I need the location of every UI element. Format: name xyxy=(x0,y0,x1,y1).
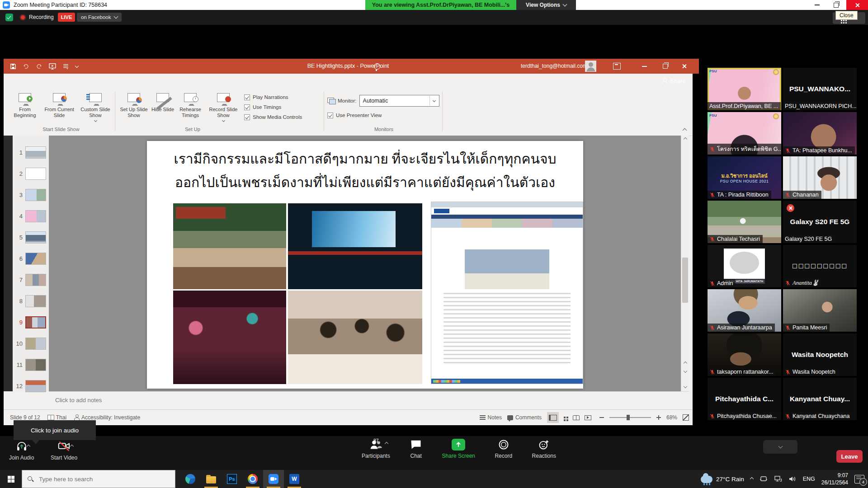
search-input[interactable] xyxy=(38,475,157,483)
zoom-taskbar-icon[interactable] xyxy=(263,470,284,488)
thumbnail-row[interactable]: 10 xyxy=(13,333,49,354)
speaker-icon[interactable] xyxy=(788,475,797,483)
thumbnail-row[interactable]: 1 xyxy=(13,142,49,163)
notes-pane[interactable]: Click to add notes xyxy=(49,391,689,410)
from-current-slide-button[interactable]: From Current Slide xyxy=(42,90,77,132)
reading-view-button[interactable] xyxy=(571,412,582,423)
notification-center-icon[interactable]: 4 xyxy=(854,475,864,483)
set-up-slide-show-button[interactable]: Set Up Slide Show xyxy=(118,90,150,132)
thumbnail-row[interactable]: 4 xyxy=(13,206,49,227)
from-beginning-button[interactable]: From Beginning xyxy=(10,90,40,132)
slide-thumbnail[interactable] xyxy=(25,338,46,350)
tray-app-icon[interactable] xyxy=(760,475,768,483)
account-avatar[interactable] xyxy=(585,61,596,72)
comments-toggle[interactable]: Comments xyxy=(507,414,542,421)
slide-thumbnail[interactable] xyxy=(25,359,46,371)
slide-photo-group-outdoor[interactable] xyxy=(173,203,286,289)
thumbnail-row[interactable]: 7 xyxy=(13,269,49,291)
hidden-icons-chevron[interactable] xyxy=(750,477,753,481)
zoom-out-button[interactable] xyxy=(599,417,604,418)
slide-canvas[interactable]: เรามีกิจกรรมและมีโอกาสดีๆมากมาย ที่จะเจี… xyxy=(147,141,583,389)
slide-sorter-view-button[interactable] xyxy=(559,412,571,423)
thumbnail-row[interactable]: 6 xyxy=(13,248,49,269)
network-icon[interactable] xyxy=(774,475,782,483)
participant-tile[interactable]: Chalalai Techasri xyxy=(708,201,781,243)
slide-photo-conference[interactable] xyxy=(288,203,422,289)
line-spacing-button[interactable] xyxy=(62,63,69,70)
slide-thumbnail[interactable] xyxy=(25,231,46,244)
start-slideshow-button[interactable] xyxy=(49,63,56,70)
scrollbar-thumb[interactable] xyxy=(682,258,688,303)
start-button[interactable] xyxy=(0,470,22,488)
participant-tile[interactable]: PHUNCHITA JARUWATATH Admin xyxy=(708,245,781,287)
ppt-minimize-button[interactable] xyxy=(636,59,653,74)
slide-thumbnail[interactable] xyxy=(25,146,46,159)
rehearse-timings-button[interactable]: Rehearse Timings xyxy=(175,90,205,132)
undo-button[interactable] xyxy=(23,63,29,70)
weather-widget[interactable]: 27°C Rain xyxy=(701,475,744,483)
ribbon-display-options-icon[interactable] xyxy=(613,63,621,70)
use-presenter-view-checkbox[interactable]: Use Presenter View xyxy=(327,110,382,120)
slide-thumbnail-selected[interactable] xyxy=(25,316,46,328)
redo-button[interactable] xyxy=(36,63,42,70)
slide-title-line1[interactable]: เรามีกิจกรรมและมีโอกาสดีๆมากมาย ที่จะเจี… xyxy=(147,148,583,169)
photoshop-icon[interactable]: Ps xyxy=(222,470,242,488)
zoom-percentage[interactable]: 68% xyxy=(666,414,677,421)
customize-qat-button[interactable] xyxy=(75,64,79,67)
custom-slide-show-button[interactable]: Custom Slide Show xyxy=(79,90,112,132)
dropdown-arrow[interactable] xyxy=(429,96,439,106)
slide-title-line2[interactable]: ออกไปเป็นเพชรเม็ดงามที่ไม่เพียงแต่มีราคา… xyxy=(147,172,583,193)
start-video-button[interactable]: Start Video xyxy=(51,440,77,461)
slide-photo-news-website[interactable] xyxy=(431,202,583,384)
thumbnail-row-selected[interactable]: 9 xyxy=(13,312,49,333)
share-screen-button[interactable]: Share Screen xyxy=(442,439,475,459)
fit-to-window-button[interactable] xyxy=(683,414,689,421)
minimize-button[interactable] xyxy=(809,0,825,10)
slide-thumbnail[interactable] xyxy=(25,380,46,392)
language-button[interactable]: Thai xyxy=(47,414,66,421)
participant-tile[interactable]: ☐☐☐☐☐☐☐☐☐ Anantita🐰 xyxy=(783,245,857,287)
view-options-button[interactable]: View Options xyxy=(516,0,576,10)
participants-button[interactable]: 87 Participants xyxy=(362,439,390,459)
chrome-icon[interactable] xyxy=(242,470,263,488)
participant-tile[interactable]: ม.อ.วิชาการ ออนไลน์ PSU OPEN HOUSE 2021 … xyxy=(708,156,781,199)
notes-toggle[interactable]: Notes xyxy=(480,414,502,421)
ppt-close-button[interactable] xyxy=(675,59,693,74)
participant-tile[interactable]: Wasita Noopetch Wasita Noopetch xyxy=(783,333,857,376)
zoom-slider-thumb[interactable] xyxy=(627,415,630,420)
participant-tile[interactable]: PSU_WANNAKO... PSU_WANNAKORN PICH... xyxy=(783,68,857,110)
slide-photo-event[interactable] xyxy=(173,291,286,384)
participant-tile[interactable]: Chananan xyxy=(783,156,857,199)
slide-thumbnail[interactable] xyxy=(25,168,46,180)
participant-tile[interactable]: Pitchayathida C... Pitchayathida Chusae.… xyxy=(708,378,781,420)
thumbnail-row[interactable]: 3 xyxy=(13,184,49,206)
more-participants-button[interactable] xyxy=(763,440,797,454)
notes-placeholder[interactable]: Click to add notes xyxy=(55,397,102,404)
participant-tile[interactable]: PSU โครงการ ทริคเต็ดพิชิต G... xyxy=(708,112,781,155)
participant-tile[interactable]: Asirawan Juntaraarpa xyxy=(708,289,781,332)
slide-thumbnail[interactable] xyxy=(25,210,46,222)
chat-button[interactable]: Chat xyxy=(410,439,422,459)
slide-thumbnail[interactable] xyxy=(25,295,46,307)
slide-thumbnail[interactable] xyxy=(25,253,46,265)
zoom-in-button[interactable] xyxy=(656,415,661,420)
participant-tile[interactable]: TA: Phatapee Bunkhu... xyxy=(783,112,857,155)
monitor-dropdown[interactable]: Automatic xyxy=(359,95,439,107)
participant-tile[interactable]: Galaxy S20 FE 5G Galaxy S20 FE 5G xyxy=(783,201,857,243)
hide-slide-button[interactable]: Hide Slide xyxy=(151,90,175,132)
zoom-slider[interactable] xyxy=(609,417,651,418)
language-indicator[interactable]: ENG xyxy=(803,476,815,482)
ppt-restore-button[interactable] xyxy=(656,59,674,74)
use-timings-checkbox[interactable]: Use Timings xyxy=(244,102,302,112)
thumbnail-row[interactable]: 11 xyxy=(13,354,49,375)
live-on-facebook-dropdown[interactable]: on Facebook xyxy=(77,13,122,22)
slide-thumbnail[interactable] xyxy=(25,189,46,201)
chevron-up-icon[interactable] xyxy=(385,442,388,446)
edge-icon[interactable] xyxy=(180,470,201,488)
account-email[interactable]: terdthai_tong@hotmail.com xyxy=(521,59,587,74)
participant-tile[interactable]: Panita Meesri xyxy=(783,289,857,332)
participant-tile[interactable]: PSU Asst.Prof.DrPiyawan, BE ... xyxy=(708,68,781,110)
slideshow-view-button[interactable] xyxy=(582,412,594,423)
scroll-down-button[interactable] xyxy=(681,383,689,390)
file-explorer-icon[interactable] xyxy=(201,470,222,488)
